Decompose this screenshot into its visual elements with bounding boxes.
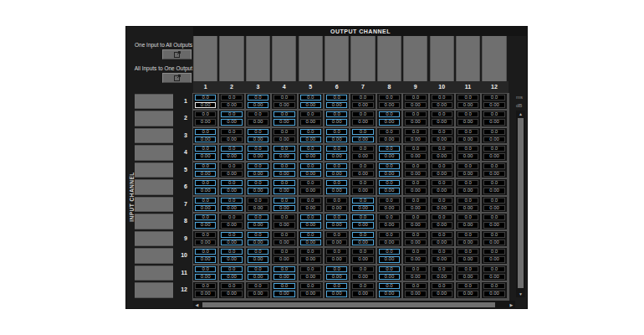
matrix-cell-r8c5[interactable]: 0.00.00 — [299, 214, 323, 229]
ms-value-box[interactable]: 0.0 — [432, 266, 452, 272]
db-value-box[interactable]: 0.00 — [432, 205, 452, 211]
matrix-cell-r11c5[interactable]: 0.00.00 — [299, 265, 323, 281]
ms-value-box[interactable]: 0.0 — [221, 180, 242, 186]
ms-value-box[interactable]: 0.0 — [457, 95, 478, 100]
ms-value-box[interactable]: 0.0 — [221, 129, 242, 135]
ms-value-box[interactable]: 0.0 — [405, 283, 426, 289]
ms-value-box[interactable]: 0.0 — [432, 111, 452, 117]
matrix-cell-r10c10[interactable]: 0.00.00 — [430, 248, 454, 264]
matrix-cell-r4c6[interactable]: 0.00.00 — [325, 145, 349, 161]
ms-value-box[interactable]: 0.0 — [195, 249, 216, 255]
db-value-box[interactable]: 0.00 — [483, 222, 504, 228]
matrix-cell-r9c2[interactable]: 0.00.00 — [219, 231, 243, 247]
ms-value-box[interactable]: 0.0 — [300, 214, 321, 220]
ms-value-box[interactable]: 0.0 — [248, 163, 268, 169]
ms-value-box[interactable]: 0.0 — [379, 266, 400, 272]
ms-value-box[interactable]: 0.0 — [352, 232, 373, 238]
matrix-cell-r5c10[interactable]: 0.00.00 — [430, 162, 454, 178]
ms-value-box[interactable]: 0.0 — [483, 266, 504, 272]
ms-value-box[interactable]: 0.0 — [405, 214, 426, 220]
matrix-cell-r6c6[interactable]: 0.00.00 — [325, 179, 349, 195]
matrix-cell-r4c7[interactable]: 0.00.00 — [350, 145, 375, 161]
ms-value-box[interactable]: 0.0 — [195, 180, 216, 186]
db-value-box[interactable]: 0.00 — [221, 205, 242, 211]
db-value-box[interactable]: 0.00 — [273, 119, 294, 125]
db-value-box[interactable]: 0.00 — [352, 205, 373, 211]
matrix-cell-r12c1[interactable]: 0.00.00 — [193, 282, 217, 298]
one-to-all-button[interactable] — [162, 49, 192, 59]
ms-value-box[interactable]: 0.0 — [326, 214, 347, 220]
matrix-cell-r4c1[interactable]: 0.00.00 — [193, 145, 217, 161]
db-value-box[interactable]: 0.00 — [195, 102, 216, 108]
matrix-cell-r1c9[interactable]: 0.00.00 — [403, 94, 427, 110]
db-value-box[interactable]: 0.00 — [300, 240, 321, 245]
ms-value-box[interactable]: 0.0 — [300, 266, 321, 272]
ms-value-box[interactable]: 0.0 — [457, 249, 478, 255]
matrix-cell-r9c12[interactable]: 0.00.00 — [482, 231, 506, 247]
ms-value-box[interactable]: 0.0 — [248, 129, 268, 135]
ms-value-box[interactable]: 0.0 — [457, 266, 478, 272]
db-value-box[interactable]: 0.00 — [352, 171, 373, 177]
matrix-cell-r7c8[interactable]: 0.00.00 — [377, 197, 401, 213]
ms-value-box[interactable]: 0.0 — [273, 163, 294, 169]
ms-value-box[interactable]: 0.0 — [457, 214, 478, 220]
ms-value-box[interactable]: 0.0 — [300, 146, 321, 152]
db-value-box[interactable]: 0.00 — [221, 274, 242, 280]
db-value-box[interactable]: 0.00 — [300, 153, 321, 159]
matrix-cell-r1c4[interactable]: 0.00.00 — [272, 94, 296, 110]
matrix-cell-r1c11[interactable]: 0.00.00 — [456, 94, 480, 110]
matrix-cell-r7c6[interactable]: 0.00.00 — [325, 197, 349, 213]
matrix-cell-r8c4[interactable]: 0.00.00 — [272, 214, 296, 229]
db-value-box[interactable]: 0.00 — [326, 102, 347, 108]
ms-value-box[interactable]: 0.0 — [432, 163, 452, 169]
ms-value-box[interactable]: 0.0 — [432, 180, 452, 186]
ms-value-box[interactable]: 0.0 — [483, 232, 504, 238]
matrix-cell-r2c7[interactable]: 0.00.00 — [350, 111, 375, 126]
ms-value-box[interactable]: 0.0 — [273, 249, 294, 255]
ms-value-box[interactable]: 0.0 — [221, 111, 242, 117]
matrix-cell-r6c9[interactable]: 0.00.00 — [403, 179, 427, 195]
db-value-box[interactable]: 0.00 — [457, 256, 478, 262]
matrix-cell-r4c10[interactable]: 0.00.00 — [430, 145, 454, 161]
ms-value-box[interactable]: 0.0 — [483, 249, 504, 255]
matrix-cell-r1c3[interactable]: 0.00.00 — [246, 94, 270, 110]
db-value-box[interactable]: 0.00 — [379, 274, 400, 280]
db-value-box[interactable]: 0.00 — [273, 256, 294, 262]
horizontal-scrollbar-thumb[interactable] — [202, 302, 495, 307]
matrix-cell-r1c6[interactable]: 0.00.00 — [325, 94, 349, 110]
matrix-cell-r12c12[interactable]: 0.00.00 — [482, 282, 506, 298]
db-value-box[interactable]: 0.00 — [483, 205, 504, 211]
matrix-cell-r3c6[interactable]: 0.00.00 — [325, 128, 349, 144]
db-value-box[interactable]: 0.00 — [432, 119, 452, 125]
db-value-box[interactable]: 0.00 — [379, 102, 400, 108]
matrix-cell-r8c2[interactable]: 0.00.00 — [219, 214, 243, 229]
db-value-box[interactable]: 0.00 — [379, 291, 400, 296]
matrix-cell-r2c6[interactable]: 0.00.00 — [325, 111, 349, 126]
matrix-cell-r9c3[interactable]: 0.00.00 — [246, 231, 270, 247]
db-value-box[interactable]: 0.00 — [221, 137, 242, 142]
db-value-box[interactable]: 0.00 — [195, 188, 216, 193]
ms-value-box[interactable]: 0.0 — [405, 111, 426, 117]
matrix-cell-r9c5[interactable]: 0.00.00 — [299, 231, 323, 247]
db-value-box[interactable]: 0.00 — [300, 222, 321, 228]
ms-value-box[interactable]: 0.0 — [326, 95, 347, 100]
db-value-box[interactable]: 0.00 — [405, 137, 426, 142]
ms-value-box[interactable]: 0.0 — [457, 232, 478, 238]
db-value-box[interactable]: 0.00 — [432, 274, 452, 280]
db-value-box[interactable]: 0.00 — [405, 205, 426, 211]
ms-value-box[interactable]: 0.0 — [352, 283, 373, 289]
matrix-cell-r4c4[interactable]: 0.00.00 — [272, 145, 296, 161]
db-value-box[interactable]: 0.00 — [432, 153, 452, 159]
ms-value-box[interactable]: 0.0 — [483, 214, 504, 220]
matrix-cell-r1c7[interactable]: 0.00.00 — [350, 94, 375, 110]
db-value-box[interactable]: 0.00 — [326, 153, 347, 159]
db-value-box[interactable]: 0.00 — [432, 171, 452, 177]
ms-value-box[interactable]: 0.0 — [195, 129, 216, 135]
ms-value-box[interactable]: 0.0 — [457, 129, 478, 135]
ms-value-box[interactable]: 0.0 — [221, 146, 242, 152]
matrix-cell-r11c1[interactable]: 0.00.00 — [193, 265, 217, 281]
matrix-cell-r6c5[interactable]: 0.00.00 — [299, 179, 323, 195]
db-value-box[interactable]: 0.00 — [326, 291, 347, 296]
ms-value-box[interactable]: 0.0 — [326, 266, 347, 272]
matrix-cell-r10c7[interactable]: 0.00.00 — [350, 248, 375, 264]
